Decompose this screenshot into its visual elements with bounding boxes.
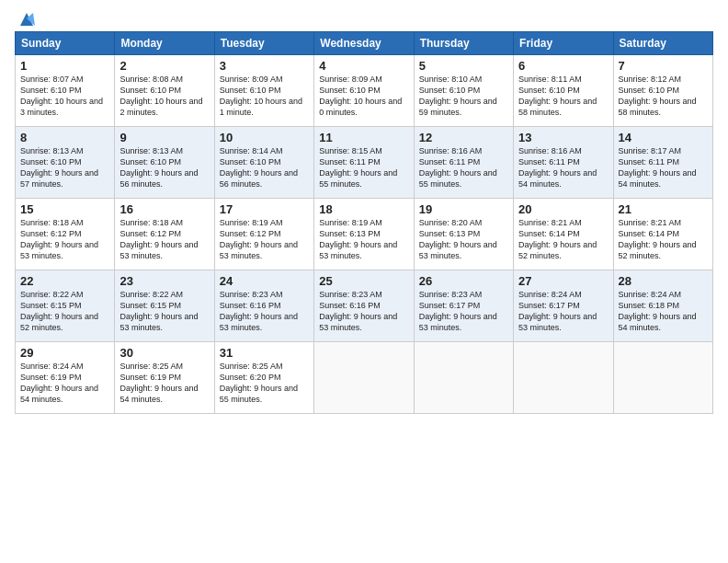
day-number: 7 xyxy=(619,59,708,73)
day-number: 15 xyxy=(20,202,109,216)
table-row: 27 Sunrise: 8:24 AMSunset: 6:17 PMDaylig… xyxy=(514,270,613,342)
day-number: 6 xyxy=(518,59,608,73)
page: Sunday Monday Tuesday Wednesday Thursday… xyxy=(0,0,728,563)
table-row xyxy=(414,342,513,414)
table-row: 15 Sunrise: 8:18 AMSunset: 6:12 PMDaylig… xyxy=(16,199,115,270)
day-number: 21 xyxy=(619,202,708,216)
table-row: 11 Sunrise: 8:15 AMSunset: 6:11 PMDaylig… xyxy=(314,127,414,199)
cell-text: Sunrise: 8:20 AMSunset: 6:13 PMDaylight:… xyxy=(419,218,497,260)
cell-text: Sunrise: 8:17 AMSunset: 6:11 PMDaylight:… xyxy=(619,146,697,189)
day-number: 30 xyxy=(119,346,209,360)
cell-text: Sunrise: 8:21 AMSunset: 6:14 PMDaylight:… xyxy=(619,218,697,260)
day-number: 23 xyxy=(119,274,209,288)
cell-text: Sunrise: 8:16 AMSunset: 6:11 PMDaylight:… xyxy=(518,146,597,189)
day-number: 24 xyxy=(220,274,309,288)
table-row: 6 Sunrise: 8:11 AMSunset: 6:10 PMDayligh… xyxy=(514,55,613,127)
cell-text: Sunrise: 8:22 AMSunset: 6:15 PMDaylight:… xyxy=(20,290,98,332)
cell-text: Sunrise: 8:24 AMSunset: 6:19 PMDaylight:… xyxy=(20,362,98,404)
week-row: 1 Sunrise: 8:07 AMSunset: 6:10 PMDayligh… xyxy=(16,55,713,127)
cell-text: Sunrise: 8:13 AMSunset: 6:10 PMDaylight:… xyxy=(119,146,198,189)
table-row: 30 Sunrise: 8:25 AMSunset: 6:19 PMDaylig… xyxy=(115,342,214,414)
day-number: 27 xyxy=(518,274,608,288)
table-row: 2 Sunrise: 8:08 AMSunset: 6:10 PMDayligh… xyxy=(115,55,214,127)
col-friday: Friday xyxy=(514,32,613,55)
cell-text: Sunrise: 8:09 AMSunset: 6:10 PMDaylight:… xyxy=(220,75,302,117)
table-row: 31 Sunrise: 8:25 AMSunset: 6:20 PMDaylig… xyxy=(214,342,313,414)
cell-text: Sunrise: 8:18 AMSunset: 6:12 PMDaylight:… xyxy=(20,218,98,260)
cell-text: Sunrise: 8:08 AMSunset: 6:10 PMDaylight:… xyxy=(119,75,202,117)
day-number: 16 xyxy=(119,202,209,216)
day-number: 20 xyxy=(518,202,608,216)
day-number: 11 xyxy=(319,131,408,144)
day-number: 17 xyxy=(220,202,309,216)
header-row: Sunday Monday Tuesday Wednesday Thursday… xyxy=(16,32,713,55)
cell-text: Sunrise: 8:11 AMSunset: 6:10 PMDaylight:… xyxy=(518,75,597,117)
day-number: 1 xyxy=(20,59,109,73)
cell-text: Sunrise: 8:14 AMSunset: 6:10 PMDaylight:… xyxy=(220,146,298,189)
cell-text: Sunrise: 8:24 AMSunset: 6:18 PMDaylight:… xyxy=(619,290,697,332)
table-row: 20 Sunrise: 8:21 AMSunset: 6:14 PMDaylig… xyxy=(514,199,613,270)
day-number: 31 xyxy=(220,346,309,360)
day-number: 22 xyxy=(20,274,109,288)
day-number: 13 xyxy=(518,131,608,144)
table-row: 18 Sunrise: 8:19 AMSunset: 6:13 PMDaylig… xyxy=(314,199,414,270)
logo-icon xyxy=(17,9,37,29)
table-row: 12 Sunrise: 8:16 AMSunset: 6:11 PMDaylig… xyxy=(414,127,513,199)
table-row: 1 Sunrise: 8:07 AMSunset: 6:10 PMDayligh… xyxy=(16,55,115,127)
table-row: 7 Sunrise: 8:12 AMSunset: 6:10 PMDayligh… xyxy=(613,55,712,127)
table-row: 24 Sunrise: 8:23 AMSunset: 6:16 PMDaylig… xyxy=(214,270,313,342)
table-row xyxy=(613,342,712,414)
cell-text: Sunrise: 8:23 AMSunset: 6:17 PMDaylight:… xyxy=(419,290,497,332)
week-row: 15 Sunrise: 8:18 AMSunset: 6:12 PMDaylig… xyxy=(16,199,713,270)
col-sunday: Sunday xyxy=(16,32,115,55)
logo xyxy=(15,9,37,26)
cell-text: Sunrise: 8:23 AMSunset: 6:16 PMDaylight:… xyxy=(220,290,298,332)
day-number: 4 xyxy=(319,59,408,73)
week-row: 29 Sunrise: 8:24 AMSunset: 6:19 PMDaylig… xyxy=(16,342,713,414)
day-number: 25 xyxy=(319,274,408,288)
cell-text: Sunrise: 8:19 AMSunset: 6:12 PMDaylight:… xyxy=(220,218,298,260)
table-row: 26 Sunrise: 8:23 AMSunset: 6:17 PMDaylig… xyxy=(414,270,513,342)
table-row: 13 Sunrise: 8:16 AMSunset: 6:11 PMDaylig… xyxy=(514,127,613,199)
table-row xyxy=(514,342,613,414)
table-row: 5 Sunrise: 8:10 AMSunset: 6:10 PMDayligh… xyxy=(414,55,513,127)
col-tuesday: Tuesday xyxy=(214,32,313,55)
day-number: 2 xyxy=(119,59,209,73)
table-row: 28 Sunrise: 8:24 AMSunset: 6:18 PMDaylig… xyxy=(613,270,712,342)
table-row: 10 Sunrise: 8:14 AMSunset: 6:10 PMDaylig… xyxy=(214,127,313,199)
table-row: 29 Sunrise: 8:24 AMSunset: 6:19 PMDaylig… xyxy=(16,342,115,414)
cell-text: Sunrise: 8:16 AMSunset: 6:11 PMDaylight:… xyxy=(419,146,497,189)
cell-text: Sunrise: 8:13 AMSunset: 6:10 PMDaylight:… xyxy=(20,146,98,189)
day-number: 3 xyxy=(220,59,309,73)
table-row: 4 Sunrise: 8:09 AMSunset: 6:10 PMDayligh… xyxy=(314,55,414,127)
table-row: 21 Sunrise: 8:21 AMSunset: 6:14 PMDaylig… xyxy=(613,199,712,270)
cell-text: Sunrise: 8:21 AMSunset: 6:14 PMDaylight:… xyxy=(518,218,597,260)
day-number: 26 xyxy=(419,274,508,288)
week-row: 22 Sunrise: 8:22 AMSunset: 6:15 PMDaylig… xyxy=(16,270,713,342)
cell-text: Sunrise: 8:09 AMSunset: 6:10 PMDaylight:… xyxy=(319,75,402,117)
cell-text: Sunrise: 8:24 AMSunset: 6:17 PMDaylight:… xyxy=(518,290,597,332)
table-row: 8 Sunrise: 8:13 AMSunset: 6:10 PMDayligh… xyxy=(16,127,115,199)
day-number: 10 xyxy=(220,131,309,144)
table-row xyxy=(314,342,414,414)
cell-text: Sunrise: 8:23 AMSunset: 6:16 PMDaylight:… xyxy=(319,290,397,332)
day-number: 29 xyxy=(20,346,109,360)
table-row: 14 Sunrise: 8:17 AMSunset: 6:11 PMDaylig… xyxy=(613,127,712,199)
table-row: 9 Sunrise: 8:13 AMSunset: 6:10 PMDayligh… xyxy=(115,127,214,199)
day-number: 5 xyxy=(419,59,508,73)
table-row: 22 Sunrise: 8:22 AMSunset: 6:15 PMDaylig… xyxy=(16,270,115,342)
cell-text: Sunrise: 8:22 AMSunset: 6:15 PMDaylight:… xyxy=(119,290,198,332)
col-saturday: Saturday xyxy=(613,32,712,55)
cell-text: Sunrise: 8:18 AMSunset: 6:12 PMDaylight:… xyxy=(119,218,198,260)
table-row: 25 Sunrise: 8:23 AMSunset: 6:16 PMDaylig… xyxy=(314,270,414,342)
calendar-table: Sunday Monday Tuesday Wednesday Thursday… xyxy=(15,31,713,414)
cell-text: Sunrise: 8:25 AMSunset: 6:20 PMDaylight:… xyxy=(220,362,298,404)
cell-text: Sunrise: 8:12 AMSunset: 6:10 PMDaylight:… xyxy=(619,75,697,117)
day-number: 18 xyxy=(319,202,408,216)
col-thursday: Thursday xyxy=(414,32,513,55)
day-number: 19 xyxy=(419,202,508,216)
table-row: 3 Sunrise: 8:09 AMSunset: 6:10 PMDayligh… xyxy=(214,55,313,127)
col-monday: Monday xyxy=(115,32,214,55)
cell-text: Sunrise: 8:25 AMSunset: 6:19 PMDaylight:… xyxy=(119,362,198,404)
day-number: 12 xyxy=(419,131,508,144)
